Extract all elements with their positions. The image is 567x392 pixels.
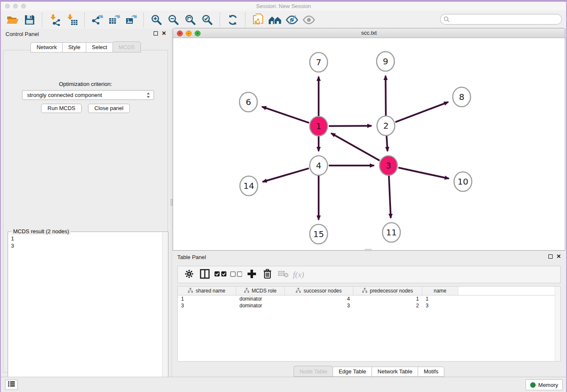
edge-3-1[interactable] (331, 133, 380, 161)
table-cell[interactable]: 3 (285, 303, 353, 309)
table-cell[interactable]: 1 (178, 296, 236, 302)
edge-3-11[interactable] (389, 176, 391, 218)
save-session-button[interactable] (21, 12, 38, 28)
create-column-button[interactable] (244, 268, 259, 282)
export-image-button[interactable] (123, 12, 140, 28)
tab-network[interactable]: Network (30, 42, 62, 52)
edge-2-3[interactable] (387, 136, 388, 151)
toolbar-separator (143, 13, 144, 27)
edge-1-2[interactable] (329, 126, 372, 126)
toggle-columns-button[interactable] (197, 268, 212, 282)
table-toolbar: f(x) (177, 266, 561, 283)
edge-2-9[interactable] (385, 76, 386, 116)
zoom-in-button[interactable] (148, 12, 165, 28)
column-header-successor-nodes[interactable]: successor nodes (285, 287, 353, 295)
network-from-file-button[interactable] (250, 12, 267, 28)
tab-edge-table[interactable]: Edge Table (333, 367, 372, 377)
tree-icon (188, 288, 193, 294)
export-table-button[interactable] (106, 12, 123, 28)
main-toolbar (1, 11, 566, 29)
table-panel-tabs: Node TableEdge TableNetwork TableMotifs (173, 367, 565, 377)
table-body: 1dominator4113dominator323 (178, 295, 560, 309)
tab-network-table[interactable]: Network Table (372, 367, 418, 377)
toolbar-group (4, 12, 38, 28)
toolbar-group (47, 12, 80, 28)
export-network-button[interactable] (89, 12, 106, 28)
table-cell[interactable]: 1 (353, 296, 422, 302)
close-panel-icon[interactable]: ✕ (162, 31, 166, 36)
memory-label: Memory (538, 382, 558, 388)
table-cell[interactable]: 4 (285, 296, 353, 302)
column-header-shared-name[interactable]: shared name (178, 287, 236, 295)
table-cell[interactable]: 3 (178, 303, 236, 309)
fx-icon: f(x) (293, 270, 304, 279)
table-cell[interactable]: dominator (236, 296, 285, 302)
search-icon (443, 16, 450, 24)
table-cell[interactable]: 3 (422, 303, 458, 309)
edge-1-6[interactable] (262, 107, 309, 123)
search-input[interactable] (451, 15, 559, 24)
deselect-all-columns-button[interactable] (228, 268, 244, 282)
show-eye-button[interactable] (300, 12, 317, 28)
table-row[interactable]: 3dominator323 (178, 302, 560, 309)
edge-4-14[interactable] (263, 168, 309, 182)
close-panel-button[interactable]: Close panel (88, 104, 130, 113)
tab-style[interactable]: Style (62, 42, 86, 52)
refresh-view-button[interactable] (224, 12, 241, 28)
column-label: successor nodes (303, 288, 341, 294)
criterion-dropdown[interactable]: strongly connected component (22, 90, 154, 100)
tab-node-table[interactable]: Node Table (294, 366, 333, 377)
column-header-name[interactable]: name (422, 287, 458, 295)
import-network-button[interactable] (47, 12, 63, 28)
delete-column-button[interactable] (259, 268, 275, 282)
refresh-icon (227, 14, 238, 25)
import-table-icon (66, 14, 78, 26)
table-row[interactable]: 1dominator411 (178, 295, 560, 302)
network-graph[interactable]: 7968124314101511 (173, 38, 565, 250)
table-delete-icon (278, 270, 289, 279)
search-box[interactable] (440, 14, 562, 25)
zoom-selected-button[interactable] (199, 12, 216, 28)
tree-icon (362, 288, 367, 294)
zoom-fit-button[interactable] (182, 12, 199, 28)
table-options-button[interactable] (181, 268, 197, 282)
table-cell[interactable]: dominator (236, 303, 285, 309)
tree-icon (244, 288, 249, 294)
toolbar-separator (245, 13, 246, 27)
column-header-MCDS-role[interactable]: MCDS role (236, 287, 285, 295)
tab-mcds[interactable]: MCDS (113, 41, 140, 52)
window-title: Session: New Session (1, 3, 566, 9)
edge-2-8[interactable] (395, 102, 448, 122)
zoom-out-button[interactable] (165, 12, 182, 28)
table-cell[interactable]: 1 (422, 296, 458, 302)
network-file-icon (252, 14, 264, 26)
node-label-4: 4 (316, 160, 322, 171)
result-scrollbar[interactable] (162, 232, 168, 392)
run-mcds-button[interactable]: Run MCDS (41, 104, 82, 113)
node-label-11: 11 (386, 227, 396, 237)
select-all-columns-button[interactable] (212, 268, 228, 282)
memory-button[interactable]: Memory (526, 379, 563, 390)
welcome-home-button[interactable] (267, 12, 284, 28)
hide-panels-button[interactable] (284, 12, 300, 28)
network-canvas[interactable]: 7968124314101511 (173, 38, 565, 250)
column-label: MCDS role (252, 288, 277, 294)
table-scrollbar[interactable] (555, 287, 560, 361)
horizontal-splitter-grip[interactable] (365, 249, 372, 251)
edge-3-10[interactable] (398, 168, 449, 179)
tab-select[interactable]: Select (86, 42, 113, 52)
float-panel-icon[interactable] (154, 31, 158, 36)
toolbar-group (250, 12, 317, 28)
eye-slash-icon (286, 15, 298, 25)
table-header-row: shared nameMCDS rolesuccessor nodesprede… (178, 287, 560, 295)
import-table-button[interactable] (63, 12, 80, 28)
close-table-panel-icon[interactable]: ✕ (556, 254, 561, 259)
float-table-panel-icon[interactable] (548, 254, 553, 259)
task-history-button[interactable] (5, 380, 18, 390)
tab-motifs[interactable]: Motifs (418, 367, 444, 377)
column-header-predecessor-nodes[interactable]: predecessor nodes (353, 287, 422, 295)
toolbar-group (89, 12, 140, 28)
open-session-button[interactable] (4, 12, 21, 28)
table-cell[interactable]: 2 (353, 303, 422, 309)
gear-icon (184, 269, 194, 280)
